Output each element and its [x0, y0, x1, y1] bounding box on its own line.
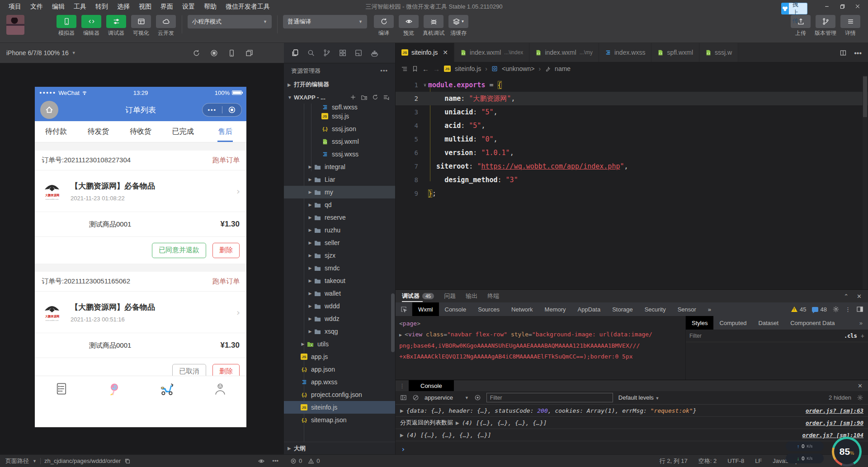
wxml-line[interactable]: png;base64,iVBORw0KGgoAAAANSUhEUgAAAEAAA…: [399, 340, 685, 351]
sim-refresh-button[interactable]: [193, 49, 200, 57]
toolbar-button-清缓存[interactable]: ▼清缓存: [448, 15, 469, 37]
code-line-7[interactable]: 7 siteroot: "https://wq.wobbt.com/app/in…: [396, 160, 868, 173]
outline-icon[interactable]: [401, 66, 408, 72]
files-icon[interactable]: [291, 49, 299, 57]
console-filter-input[interactable]: [490, 395, 609, 401]
bookmark-icon[interactable]: [412, 66, 418, 72]
close-panel-button[interactable]: ✕: [857, 293, 862, 300]
menu-item-编辑[interactable]: 编辑: [48, 1, 69, 12]
mode-select[interactable]: 小程序模式▼: [188, 15, 272, 28]
wxml-line[interactable]: ▶ <view class="navbar flex-row" style="b…: [399, 329, 685, 340]
styles-tab-Styles[interactable]: Styles: [686, 316, 713, 330]
editor-tab-index.wxml[interactable]: index.wxml...\my: [529, 43, 599, 62]
menu-item-设置[interactable]: 设置: [178, 1, 199, 12]
outline-section[interactable]: ▶ 大纲: [284, 442, 395, 454]
docker-icon[interactable]: [370, 49, 379, 57]
tree-file-sitemap.json[interactable]: {..}sitemap.json: [284, 414, 395, 426]
log-source-link[interactable]: order.js? [sm]:104: [802, 432, 863, 439]
tree-file-spfl.wxss[interactable]: spfl.wxss: [284, 104, 395, 110]
tree-folder-sjzx[interactable]: ▶sjzx: [284, 249, 395, 262]
search-icon[interactable]: [307, 49, 315, 57]
fold-arrow-icon[interactable]: ∨: [424, 78, 426, 92]
maximize-button[interactable]: [835, 0, 850, 13]
close-console-button[interactable]: ✕: [858, 382, 868, 389]
console-settings-button[interactable]: [857, 394, 863, 401]
git-icon[interactable]: [323, 49, 331, 57]
exit-button[interactable]: [222, 106, 242, 114]
log-levels-select[interactable]: Default levels ▼: [618, 394, 660, 401]
add-style-button[interactable]: +: [861, 332, 864, 340]
context-select[interactable]: appservice ▼: [425, 394, 469, 401]
panel-tab-调试器[interactable]: 调试器45: [402, 290, 434, 302]
device-selector[interactable]: iPhone 6/7/8 100% 16 ▼: [6, 49, 76, 57]
console-log-row[interactable]: ▶(4) [{…}, {…}, {…}, {…}]order.js? [sm]:…: [396, 429, 868, 441]
more-tabs-icon[interactable]: »: [859, 320, 868, 326]
extensions-icon[interactable]: [339, 49, 347, 57]
order-tab-待收货[interactable]: 待收货: [119, 121, 162, 142]
toolbar-button-预览[interactable]: 预览: [398, 15, 419, 37]
toolbar-button-调试器[interactable]: 调试器: [106, 15, 127, 37]
order-product-row[interactable]: 大鹏资源网www.wobbt.com【大鹏资源网】必备物品2021-11-23 …: [35, 292, 246, 333]
toolbar-button-真机调试[interactable]: 真机调试: [423, 15, 444, 37]
refresh-tree-button[interactable]: [372, 94, 378, 101]
tree-file-app.json[interactable]: {..}app.json: [284, 363, 395, 376]
styles-tab-Component Data[interactable]: Component Data: [784, 316, 840, 330]
menu-item-转到[interactable]: 转到: [91, 1, 112, 12]
npm-icon[interactable]: [354, 49, 363, 57]
editor-tab-index.wxml[interactable]: index.wxml...\index: [454, 43, 529, 62]
menu-item-选择[interactable]: 选择: [113, 1, 134, 12]
code-line-1[interactable]: 1∨module.exports = {: [396, 78, 868, 92]
expand-arrow-icon[interactable]: ▶: [400, 408, 404, 413]
warnings-count[interactable]: 0: [316, 458, 320, 464]
sim-multi-device-button[interactable]: [245, 49, 253, 57]
inspect-element-button[interactable]: [396, 302, 412, 316]
tabbar-scooter[interactable]: [141, 382, 193, 396]
more-button[interactable]: •••: [203, 107, 222, 113]
editor-tab-spfl.wxml[interactable]: spfl.wxml: [651, 43, 699, 62]
collapse-tree-button[interactable]: [383, 94, 390, 101]
toolbar-button-详情[interactable]: 详情: [840, 15, 861, 37]
errors-count[interactable]: 0: [299, 458, 302, 464]
status-item[interactable]: 空格: 2: [698, 457, 717, 465]
status-item[interactable]: UTF-8: [727, 458, 744, 464]
tree-folder-seller[interactable]: ▶seller: [284, 236, 395, 249]
more-options-button[interactable]: •••: [272, 458, 278, 464]
drag-handle-icon[interactable]: ⋮: [396, 382, 409, 389]
toolbar-button-云开发[interactable]: 云开发: [156, 15, 176, 37]
order-tab-待付款[interactable]: 待付款: [35, 121, 77, 142]
tree-folder-qd[interactable]: ▶qd: [284, 198, 395, 211]
open-editors-section[interactable]: ▶ 打开的编辑器: [284, 78, 395, 91]
panel-tab-问题[interactable]: 问题: [444, 290, 456, 302]
devtools-tab-Network[interactable]: Network: [505, 302, 539, 316]
editor-tab-index.wxss[interactable]: index.wxss: [599, 43, 651, 62]
forward-button[interactable]: →: [433, 65, 440, 73]
editor-tab-sssj.w[interactable]: sssj.w: [699, 43, 738, 62]
more-actions-button[interactable]: •••: [854, 49, 862, 57]
back-button[interactable]: ←: [422, 65, 429, 73]
tree-folder-utils[interactable]: ▶utils: [284, 338, 395, 350]
devtools-tab-Console[interactable]: Console: [439, 302, 472, 316]
order-tab-待发货[interactable]: 待发货: [77, 121, 120, 142]
tree-folder-wddz[interactable]: ▶wddz: [284, 312, 395, 325]
toolbar-button-编辑器[interactable]: 编辑器: [81, 15, 102, 37]
tree-file-sssj.wxml[interactable]: sssj.wxml: [284, 135, 395, 148]
devtools-tab-Sources[interactable]: Sources: [472, 302, 505, 316]
split-editor-button[interactable]: [840, 49, 847, 57]
menu-item-工具[interactable]: 工具: [70, 1, 90, 12]
styles-tab-Dataset[interactable]: Dataset: [752, 316, 784, 330]
messages-count[interactable]: 48: [812, 306, 827, 313]
order-product-row[interactable]: 大鹏资源网www.wobbt.com【大鹏资源网】必备物品2021-11-23 …: [35, 170, 246, 212]
order-button-删除[interactable]: 删除: [212, 243, 240, 258]
new-file-button[interactable]: [350, 94, 356, 101]
console-log-row[interactable]: ▶{data: {…}, header: {…}, statusCode: 20…: [396, 405, 868, 417]
toolbar-button-编译[interactable]: 编译: [373, 15, 394, 37]
drag-upload-badge[interactable]: 拖拽上传: [781, 3, 807, 14]
tree-folder-wallet[interactable]: ▶wallet: [284, 287, 395, 300]
tree-file-app.js[interactable]: JSapp.js: [284, 350, 395, 363]
close-icon[interactable]: ✕: [443, 49, 448, 56]
panel-tab-输出[interactable]: 输出: [466, 290, 477, 302]
tree-file-project.config.json[interactable]: {..}project.config.json: [284, 388, 395, 401]
wxml-line[interactable]: +xBxIAAAACklEQVQI12NgAAAAAgAB4iC8MAAAAAE…: [399, 351, 685, 362]
tabbar-person[interactable]: [193, 382, 246, 396]
order-tab-售后[interactable]: 售后: [204, 121, 246, 142]
